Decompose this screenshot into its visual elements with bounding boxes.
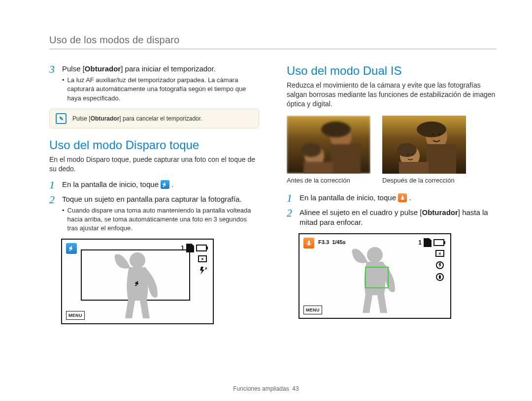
step-number: 1 bbox=[49, 180, 57, 190]
focus-square-green bbox=[365, 267, 389, 288]
period: . bbox=[171, 180, 173, 188]
battery-icon bbox=[196, 245, 207, 251]
sd-card-icon bbox=[424, 238, 432, 247]
step-1-left-text: En la pantalla de inicio, toque . bbox=[62, 180, 259, 189]
svg-text:✕: ✕ bbox=[201, 257, 204, 261]
step-3-instruction: Pulse [Obturador] para iniciar el tempor… bbox=[62, 64, 259, 74]
menu-button: MENU bbox=[66, 311, 85, 320]
left-column: 3 Pulse [Obturador] para iniciar el temp… bbox=[49, 64, 259, 324]
heading-touch-shot: Uso del modo Disparo toque bbox=[49, 138, 259, 152]
note-box: ✎ Pulse [Obturador] para cancelar el tem… bbox=[49, 109, 259, 128]
svg-point-11 bbox=[321, 122, 351, 137]
svg-point-5 bbox=[130, 252, 145, 268]
image-size-icon: ✕ bbox=[198, 254, 207, 263]
step-3-bullet: La luz AF auxiliar/luz del temporizador … bbox=[62, 76, 259, 103]
mode-badge-touch-icon bbox=[66, 243, 77, 254]
svg-rect-16 bbox=[399, 162, 429, 174]
lcd-screenshot-dualis: F3.3 1/45s 1 ✕ bbox=[299, 233, 451, 319]
svg-point-20 bbox=[438, 133, 440, 135]
comparison-row: Antes de la corrección bbox=[287, 116, 497, 184]
step-2-right: 2 Alinee el sujeto en el cuadro y pulse … bbox=[287, 208, 497, 228]
after-photo bbox=[382, 116, 466, 174]
svg-point-18 bbox=[397, 143, 417, 157]
before-photo bbox=[287, 116, 370, 174]
step-number: 3 bbox=[49, 64, 57, 103]
note-text: Pulse [Obturador] para cancelar el tempo… bbox=[72, 115, 202, 122]
battery-icon bbox=[433, 239, 444, 246]
after-block: Después de la corrección bbox=[382, 116, 466, 184]
step-3: 3 Pulse [Obturador] para iniciar el temp… bbox=[49, 64, 259, 103]
dual-is-intro: Reduzca el movimiento de la cámara y evi… bbox=[287, 81, 497, 109]
touch-shot-intro: En el modo Disparo toque, puede capturar… bbox=[49, 155, 259, 174]
manual-page: Uso de los modos de disparo 3 Pulse [Obt… bbox=[0, 0, 532, 401]
before-block: Antes de la corrección bbox=[287, 116, 370, 184]
touch-shot-icon bbox=[161, 180, 169, 189]
step-2-left-text: Toque un sujeto en pantalla para captura… bbox=[62, 194, 259, 204]
flash-off-icon bbox=[435, 261, 444, 270]
svg-rect-9 bbox=[331, 144, 361, 174]
lcd-side-icons: ✕ A bbox=[198, 254, 207, 275]
heading-dual-is: Uso del modo Dual IS bbox=[287, 64, 497, 78]
shots-remaining: 1 bbox=[418, 238, 444, 247]
svg-point-17 bbox=[417, 122, 446, 137]
svg-rect-10 bbox=[303, 162, 333, 174]
period: . bbox=[409, 193, 411, 202]
lcd-screenshot-touch: 1 ✕ A bbox=[61, 239, 214, 324]
svg-text:A: A bbox=[205, 267, 207, 270]
step-number: 2 bbox=[49, 194, 57, 233]
svg-point-6 bbox=[135, 285, 137, 286]
exposure-readout: F3.3 1/45s bbox=[318, 239, 346, 245]
stabilizer-icon bbox=[435, 273, 444, 281]
dual-is-icon bbox=[398, 193, 407, 202]
step-number: 2 bbox=[287, 208, 295, 228]
right-column: Uso del modo Dual IS Reduzca el movimien… bbox=[287, 64, 497, 324]
svg-point-19 bbox=[432, 133, 434, 135]
flash-auto-icon: A bbox=[198, 266, 207, 275]
step-2-right-text: Alinee el sujeto en el cuadro y pulse [O… bbox=[299, 208, 497, 228]
step-2-left: 2 Toque un sujeto en pantalla para captu… bbox=[49, 194, 259, 233]
svg-point-27 bbox=[367, 247, 383, 263]
touch-point-icon bbox=[133, 279, 141, 287]
mode-badge-dualis-icon bbox=[303, 238, 314, 248]
image-size-icon: ✕ bbox=[435, 249, 444, 258]
svg-point-22 bbox=[412, 154, 414, 155]
page-footer: Funciones ampliadas 43 bbox=[0, 385, 532, 392]
section-header: Uso de los modos de disparo bbox=[49, 34, 497, 49]
before-caption: Antes de la corrección bbox=[287, 177, 370, 184]
step-1-left: 1 En la pantalla de inicio, toque . bbox=[49, 180, 259, 190]
step-1-right-text: En la pantalla de inicio, toque . bbox=[299, 193, 497, 203]
svg-point-21 bbox=[407, 154, 409, 155]
svg-point-12 bbox=[301, 143, 321, 157]
after-caption: Después de la corrección bbox=[382, 177, 466, 184]
svg-rect-15 bbox=[427, 144, 456, 174]
svg-text:✕: ✕ bbox=[438, 252, 441, 255]
note-icon: ✎ bbox=[56, 113, 66, 124]
step-2-left-bullet: Cuando dispare una toma auto manteniendo… bbox=[62, 206, 259, 233]
step-1-right: 1 En la pantalla de inicio, toque . bbox=[287, 193, 497, 204]
menu-button: MENU bbox=[303, 306, 322, 314]
lcd-side-icons: ✕ bbox=[435, 249, 444, 281]
svg-point-0 bbox=[163, 185, 164, 186]
step-number: 1 bbox=[287, 193, 295, 204]
svg-point-1 bbox=[69, 250, 71, 251]
